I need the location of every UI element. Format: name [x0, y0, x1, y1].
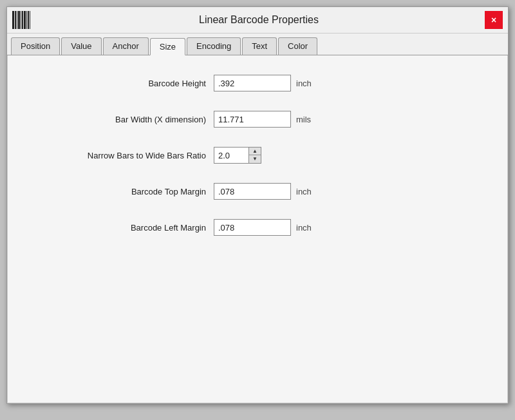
spinner-down-button[interactable]: ▼	[249, 155, 261, 163]
tab-value[interactable]: Value	[61, 37, 101, 55]
top-margin-row: Barcode Top Margin inch	[33, 183, 482, 200]
narrow-wide-ratio-label: Narrow Bars to Wide Bars Ratio	[33, 151, 214, 160]
top-margin-unit: inch	[296, 187, 312, 196]
barcode-height-row: Barcode Height inch	[33, 75, 482, 91]
spinner-up-button[interactable]: ▲	[249, 148, 261, 155]
content-area: Barcode Height inch Bar Width (X dimensi…	[7, 55, 508, 403]
top-margin-input[interactable]	[214, 183, 291, 200]
tab-encoding[interactable]: Encoding	[187, 37, 241, 55]
tab-text[interactable]: Text	[242, 37, 277, 55]
narrow-wide-ratio-row: Narrow Bars to Wide Bars Ratio ▲ ▼	[33, 147, 482, 164]
bar-width-input[interactable]	[214, 111, 291, 128]
bar-width-row: Bar Width (X dimension) mils	[33, 111, 482, 128]
title-bar: Linear Barcode Properties ×	[7, 7, 508, 33]
barcode-height-label: Barcode Height	[33, 79, 214, 88]
barcode-height-input[interactable]	[214, 75, 291, 91]
top-margin-label: Barcode Top Margin	[33, 187, 214, 196]
barcode-icon	[12, 11, 33, 29]
tab-size[interactable]: Size	[150, 38, 185, 55]
left-margin-row: Barcode Left Margin inch	[33, 219, 482, 236]
narrow-wide-ratio-input[interactable]	[214, 147, 249, 164]
left-margin-input[interactable]	[214, 219, 291, 236]
main-window: Linear Barcode Properties × Position Val…	[6, 6, 509, 404]
close-button[interactable]: ×	[485, 11, 503, 29]
spinner-buttons: ▲ ▼	[249, 147, 261, 164]
title-center: Linear Barcode Properties	[33, 14, 485, 26]
tab-anchor[interactable]: Anchor	[103, 37, 149, 55]
left-margin-label: Barcode Left Margin	[33, 223, 214, 233]
title-bar-left	[12, 11, 33, 29]
bar-width-label: Bar Width (X dimension)	[33, 115, 214, 124]
tab-position[interactable]: Position	[11, 37, 60, 55]
bar-width-unit: mils	[296, 115, 311, 124]
left-margin-unit: inch	[296, 223, 312, 233]
narrow-wide-ratio-spinner: ▲ ▼	[214, 147, 261, 164]
barcode-height-unit: inch	[296, 79, 312, 88]
tab-bar: Position Value Anchor Size Encoding Text…	[7, 33, 508, 55]
tab-color[interactable]: Color	[278, 37, 317, 55]
window-title: Linear Barcode Properties	[199, 14, 319, 25]
